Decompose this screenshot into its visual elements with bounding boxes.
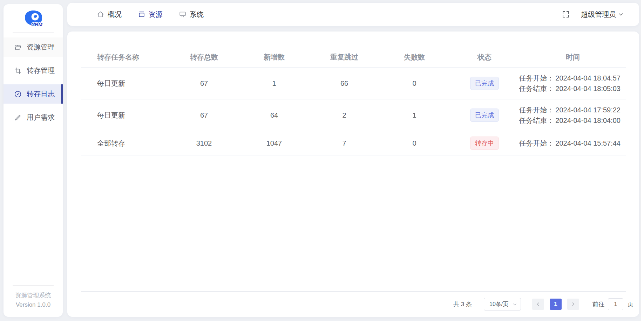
status-badge: 已完成: [470, 77, 499, 90]
time-start-line: 任务开始：2024-04-04 15:57:44: [519, 138, 621, 148]
goto-label: 前往: [592, 300, 604, 308]
box-icon: [138, 11, 145, 18]
column-header: 时间: [520, 53, 626, 62]
user-dropdown[interactable]: 超级管理员: [581, 10, 624, 19]
tab-system[interactable]: 系统: [179, 10, 204, 19]
table-row: 全部转存 3102 1047 7 0 转存中 任务开始：2024-04-04 1…: [81, 131, 626, 155]
sidebar-item-transfer-management[interactable]: 转存管理: [4, 61, 63, 80]
cell-failed: 1: [379, 111, 449, 119]
column-header: 转存总数: [169, 53, 239, 62]
user-name: 超级管理员: [581, 10, 616, 19]
tab-resources[interactable]: 资源: [138, 10, 163, 19]
crop-icon: [14, 67, 22, 75]
table-row: 每日更新 67 1 66 0 已完成 任务开始：2024-04-04 18:04…: [81, 68, 626, 99]
sidebar-item-transfer-log[interactable]: 转存日志: [4, 84, 63, 104]
transfer-log-table: 转存任务名称 转存总数 新增数 重复跳过 失败数 状态 时间 每日更新 67 1…: [81, 32, 626, 155]
sidebar-item-label: 用户需求: [27, 113, 55, 122]
column-header: 转存任务名称: [81, 53, 169, 62]
time-end-line: 任务结束：2024-04-04 18:04:00: [519, 115, 621, 126]
tab-overview[interactable]: 概况: [97, 10, 122, 19]
sidebar-item-label: 资源管理: [27, 42, 55, 52]
table-row: 每日更新 67 64 2 1 已完成 任务开始：2024-04-04 17:59…: [81, 99, 626, 131]
app-logo[interactable]: CRM: [4, 4, 63, 31]
total-count-text: 共 3 条: [453, 300, 472, 308]
time-start-line: 任务开始：2024-04-04 17:59:22: [519, 105, 621, 115]
cell-skipped: 7: [309, 139, 379, 147]
goto-suffix: 页: [628, 300, 633, 308]
page-size-value: 10条/页: [489, 301, 508, 308]
cell-added: 1: [239, 79, 309, 88]
crm-logo-icon: CRM: [23, 10, 43, 29]
topbar: 概况 资源 系统 超级管理员: [67, 3, 639, 26]
chevron-left-icon: [536, 302, 541, 307]
cell-skipped: 66: [309, 79, 379, 88]
top-navigation: 概况 资源 系统: [97, 10, 204, 19]
sidebar-item-label: 转存管理: [27, 66, 55, 75]
active-indicator-bar: [61, 84, 63, 104]
cell-skipped: 2: [309, 111, 379, 119]
chevron-down-icon: [618, 12, 624, 17]
monitor-icon: [179, 11, 187, 18]
sidebar: CRM 资源管理 转存管理: [4, 4, 63, 317]
cell-status: 已完成: [449, 109, 520, 122]
version-text: Version 1.0.0: [4, 301, 63, 308]
sidebar-item-resource-management[interactable]: 资源管理: [4, 37, 63, 57]
cell-total: 67: [169, 111, 239, 119]
cell-added: 1047: [239, 139, 309, 147]
column-header: 重复跳过: [309, 53, 379, 62]
chevron-down-icon: [513, 302, 517, 307]
page-scrollbar[interactable]: [640, 0, 644, 321]
page-number-button[interactable]: 1: [550, 299, 562, 310]
prev-page-button[interactable]: [532, 299, 544, 310]
topbar-right: 超级管理员: [561, 10, 624, 19]
tab-label: 资源: [149, 10, 163, 19]
time-end-line: 任务结束：2024-04-04 18:05:03: [519, 83, 621, 94]
cell-failed: 0: [379, 139, 449, 147]
svg-text:CRM: CRM: [31, 22, 42, 27]
table-header: 转存任务名称 转存总数 新增数 重复跳过 失败数 状态 时间: [81, 32, 626, 68]
pagination: 共 3 条 10条/页 1 前往 页: [81, 292, 633, 317]
cell-status: 转存中: [449, 137, 520, 150]
table-body: 每日更新 67 1 66 0 已完成 任务开始：2024-04-04 18:04…: [81, 68, 626, 155]
column-header: 失败数: [379, 53, 449, 62]
cell-failed: 0: [379, 79, 449, 88]
cell-total: 3102: [169, 139, 239, 147]
sidebar-footer: 资源管理系统 Version 1.0.0: [4, 280, 63, 317]
cell-time: 任务开始：2024-04-04 15:57:44: [520, 138, 626, 148]
system-name: 资源管理系统: [4, 291, 63, 299]
main-content: 转存任务名称 转存总数 新增数 重复跳过 失败数 状态 时间 每日更新 67 1…: [67, 32, 639, 317]
cell-task-name: 每日更新: [81, 79, 169, 88]
sidebar-item-label: 转存日志: [27, 89, 55, 99]
page-size-select[interactable]: 10条/页: [484, 298, 521, 310]
cell-added: 64: [239, 111, 309, 119]
pencil-icon: [14, 114, 22, 121]
logo-divider: [13, 32, 54, 33]
time-start-line: 任务开始：2024-04-04 18:04:57: [519, 73, 621, 83]
footer-divider: [13, 285, 54, 286]
status-badge: 已完成: [470, 109, 499, 122]
cell-task-name: 每日更新: [81, 111, 169, 120]
cell-time: 任务开始：2024-04-04 17:59:22 任务结束：2024-04-04…: [520, 105, 626, 126]
sidebar-item-user-requirements[interactable]: 用户需求: [4, 108, 63, 127]
cell-total: 67: [169, 79, 239, 88]
column-header: 状态: [449, 53, 520, 62]
fullscreen-icon[interactable]: [561, 10, 570, 19]
sidebar-menu: 资源管理 转存管理 转存日志: [4, 37, 63, 127]
cell-task-name: 全部转存: [81, 139, 169, 148]
tab-label: 系统: [190, 10, 204, 19]
column-header: 新增数: [239, 53, 309, 62]
house-icon: [97, 11, 104, 18]
cell-status: 已完成: [449, 77, 520, 90]
tab-label: 概况: [108, 10, 122, 19]
chevron-right-icon: [571, 302, 576, 307]
compass-icon: [14, 90, 22, 98]
goto-page-input[interactable]: [608, 298, 623, 310]
next-page-button[interactable]: [567, 299, 579, 310]
folder-icon: [14, 43, 22, 51]
cell-time: 任务开始：2024-04-04 18:04:57 任务结束：2024-04-04…: [520, 73, 626, 94]
status-badge: 转存中: [470, 137, 499, 150]
